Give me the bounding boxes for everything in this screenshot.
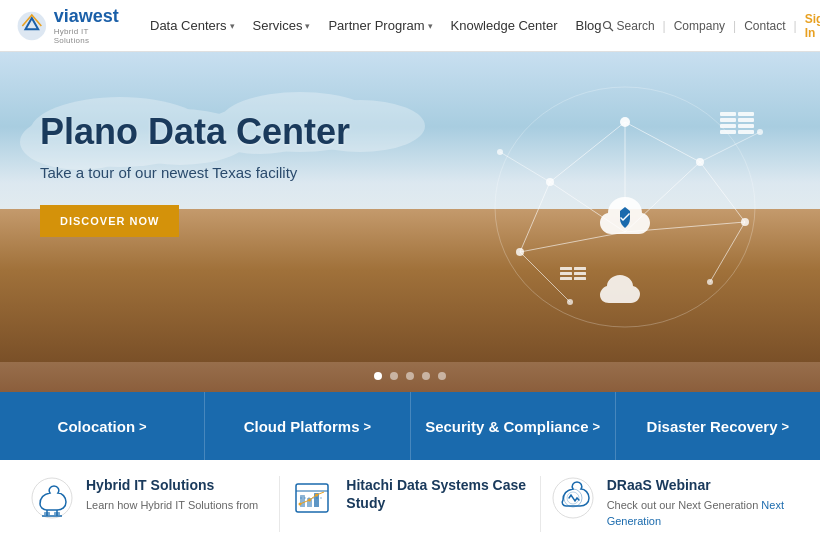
dot-2[interactable] bbox=[390, 372, 398, 380]
search-icon bbox=[602, 20, 614, 32]
hero-subtitle: Take a tour of our newest Texas facility bbox=[40, 164, 350, 181]
hero-content: Plano Data Center Take a tour of our new… bbox=[40, 112, 350, 237]
svg-point-27 bbox=[741, 218, 749, 226]
svg-rect-50 bbox=[44, 512, 50, 515]
tile-colocation[interactable]: Colocation > bbox=[0, 392, 205, 460]
header: viawest Hybrid IT Solutions Data Centers… bbox=[0, 0, 820, 52]
dot-1[interactable] bbox=[374, 372, 382, 380]
search-button[interactable]: Search bbox=[602, 19, 655, 33]
nav-blog[interactable]: Blog bbox=[576, 18, 602, 33]
svg-rect-33 bbox=[720, 118, 736, 122]
svg-point-23 bbox=[620, 117, 630, 127]
svg-rect-51 bbox=[54, 512, 60, 515]
svg-rect-44 bbox=[574, 272, 586, 275]
svg-rect-37 bbox=[738, 118, 754, 122]
svg-rect-34 bbox=[720, 124, 736, 128]
svg-rect-41 bbox=[560, 272, 572, 275]
draas-text: DRaaS Webinar Check out our Next Generat… bbox=[607, 476, 790, 529]
svg-rect-43 bbox=[574, 267, 586, 270]
svg-point-24 bbox=[546, 178, 554, 186]
header-right: Search | Company | Contact | Sign In bbox=[602, 12, 820, 40]
svg-point-25 bbox=[696, 158, 704, 166]
tile-cloud-platforms[interactable]: Cloud Platforms > bbox=[205, 392, 410, 460]
svg-line-15 bbox=[700, 162, 745, 222]
draas-title: DRaaS Webinar bbox=[607, 476, 790, 494]
svg-point-1 bbox=[603, 21, 610, 28]
svg-point-26 bbox=[516, 248, 524, 256]
hero-section: Plano Data Center Take a tour of our new… bbox=[0, 52, 820, 392]
svg-line-2 bbox=[609, 27, 613, 31]
hitachi-title: Hitachi Data Systems Case Study bbox=[346, 476, 529, 512]
chevron-down-icon: ▾ bbox=[230, 21, 235, 31]
svg-point-30 bbox=[567, 299, 573, 305]
logo-icon bbox=[16, 10, 48, 42]
hero-dots bbox=[374, 372, 446, 380]
dot-3[interactable] bbox=[406, 372, 414, 380]
contact-link[interactable]: Contact bbox=[744, 19, 785, 33]
svg-line-21 bbox=[500, 152, 550, 182]
tile-arrow-icon: > bbox=[139, 419, 147, 434]
svg-rect-40 bbox=[560, 267, 572, 270]
logo[interactable]: viawest Hybrid IT Solutions bbox=[16, 6, 126, 45]
svg-rect-36 bbox=[738, 112, 754, 116]
nav-partner-program[interactable]: Partner Program ▾ bbox=[328, 18, 432, 33]
dot-4[interactable] bbox=[422, 372, 430, 380]
tile-disaster-recovery[interactable]: Disaster Recovery > bbox=[616, 392, 820, 460]
service-tiles: Colocation > Cloud Platforms > Security … bbox=[0, 392, 820, 460]
hitachi-icon bbox=[290, 476, 334, 520]
svg-rect-45 bbox=[574, 277, 586, 280]
svg-line-10 bbox=[550, 122, 625, 182]
discover-now-button[interactable]: DISCOVER NOW bbox=[40, 205, 179, 237]
svg-point-29 bbox=[757, 129, 763, 135]
tile-arrow-icon: > bbox=[593, 419, 601, 434]
bottom-item-hitachi: Hitachi Data Systems Case Study bbox=[280, 476, 540, 532]
svg-rect-39 bbox=[738, 130, 754, 134]
network-illustration bbox=[470, 72, 780, 342]
svg-rect-38 bbox=[738, 124, 754, 128]
svg-rect-35 bbox=[720, 130, 736, 134]
nav-knowledge-center[interactable]: Knowledge Center bbox=[451, 18, 558, 33]
hybrid-it-text: Hybrid IT Solutions Learn how Hybrid IT … bbox=[86, 476, 269, 514]
chevron-down-icon: ▾ bbox=[305, 21, 310, 31]
bottom-section: Hybrid IT Solutions Learn how Hybrid IT … bbox=[0, 460, 820, 548]
hybrid-it-icon bbox=[30, 476, 74, 520]
svg-line-20 bbox=[710, 222, 745, 282]
hero-graphic bbox=[470, 72, 790, 352]
logo-tagline: Hybrid IT Solutions bbox=[54, 27, 126, 45]
draas-desc: Check out our Next Generation Next Gener… bbox=[607, 498, 790, 529]
draas-icon bbox=[551, 476, 595, 520]
nav-services[interactable]: Services ▾ bbox=[253, 18, 311, 33]
hero-title: Plano Data Center bbox=[40, 112, 350, 152]
svg-point-31 bbox=[707, 279, 713, 285]
signin-link[interactable]: Sign In bbox=[805, 12, 820, 40]
tile-arrow-icon: > bbox=[782, 419, 790, 434]
bottom-item-draas: DRaaS Webinar Check out our Next Generat… bbox=[541, 476, 800, 532]
main-nav: Data Centers ▾ Services ▾ Partner Progra… bbox=[150, 18, 602, 33]
svg-point-46 bbox=[32, 478, 72, 518]
hybrid-it-desc: Learn how Hybrid IT Solutions from bbox=[86, 498, 269, 513]
chevron-down-icon: ▾ bbox=[428, 21, 433, 31]
svg-rect-32 bbox=[720, 112, 736, 116]
hitachi-text: Hitachi Data Systems Case Study bbox=[346, 476, 529, 516]
bottom-item-hybrid-it: Hybrid IT Solutions Learn how Hybrid IT … bbox=[20, 476, 280, 532]
svg-rect-42 bbox=[560, 277, 572, 280]
hybrid-it-title: Hybrid IT Solutions bbox=[86, 476, 269, 494]
tile-security-compliance[interactable]: Security & Compliance > bbox=[411, 392, 616, 460]
svg-line-11 bbox=[625, 122, 700, 162]
logo-name: viawest bbox=[54, 6, 126, 27]
nav-data-centers[interactable]: Data Centers ▾ bbox=[150, 18, 235, 33]
svg-line-17 bbox=[520, 232, 625, 252]
svg-line-13 bbox=[520, 182, 550, 252]
company-link[interactable]: Company bbox=[674, 19, 725, 33]
tile-arrow-icon: > bbox=[364, 419, 372, 434]
svg-point-28 bbox=[497, 149, 503, 155]
dot-5[interactable] bbox=[438, 372, 446, 380]
